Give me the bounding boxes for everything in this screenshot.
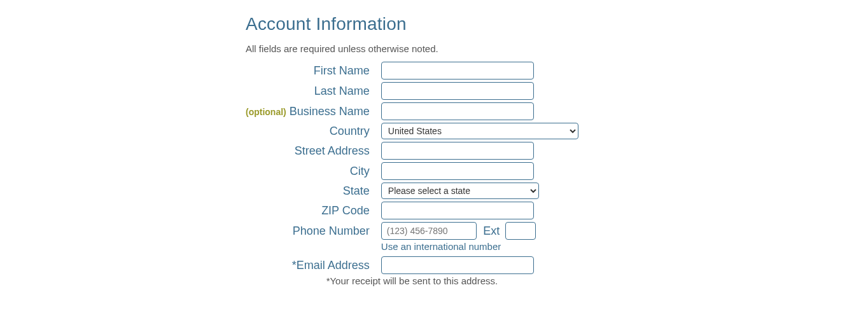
street-address-label: Street Address [246, 141, 381, 161]
country-label: Country [246, 121, 381, 141]
receipt-note: *Your receipt will be sent to this addre… [326, 275, 498, 286]
email-input[interactable] [381, 256, 534, 274]
country-select[interactable]: United States [381, 123, 578, 139]
section-title: Account Information [246, 14, 602, 34]
last-name-input[interactable] [381, 82, 534, 100]
optional-tag: (optional) [246, 107, 286, 117]
state-select[interactable]: Please select a state [381, 183, 539, 199]
state-label: State [246, 181, 381, 200]
last-name-label: Last Name [246, 81, 381, 101]
email-label: *Email Address [246, 255, 381, 275]
zip-label: ZIP Code [246, 200, 381, 221]
city-label: City [246, 161, 381, 181]
phone-label: Phone Number [246, 221, 381, 241]
first-name-input[interactable] [381, 62, 534, 80]
street-address-input[interactable] [381, 142, 534, 160]
phone-input[interactable] [381, 222, 477, 240]
first-name-label: First Name [246, 60, 381, 81]
business-name-label: Business Name [290, 105, 370, 118]
required-note: All fields are required unless otherwise… [246, 43, 602, 54]
intl-number-link[interactable]: Use an international number [381, 241, 501, 252]
zip-input[interactable] [381, 202, 534, 219]
city-input[interactable] [381, 162, 534, 180]
business-name-input[interactable] [381, 102, 534, 120]
ext-label: Ext [483, 225, 500, 237]
ext-input[interactable] [505, 222, 536, 240]
